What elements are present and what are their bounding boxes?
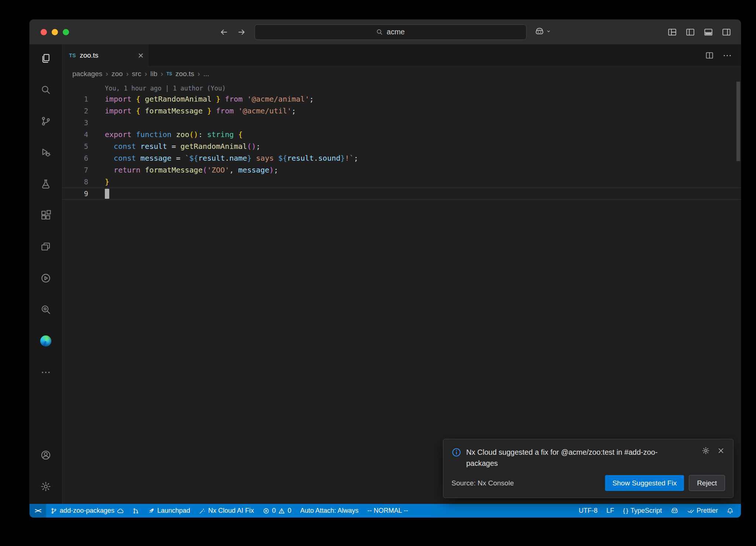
activity-item-settings[interactable] bbox=[35, 476, 56, 497]
line-number[interactable]: 1 bbox=[62, 95, 88, 103]
statusbar-nx-cloud-ai-fix[interactable]: Nx Cloud AI Fix bbox=[195, 504, 258, 518]
code-line-6[interactable]: 6 const message = `${result.name} says $… bbox=[62, 152, 741, 164]
line-number[interactable]: 5 bbox=[62, 142, 88, 150]
activity-bar bbox=[30, 45, 62, 504]
notification-settings-gear-icon[interactable] bbox=[702, 447, 710, 455]
remote-icon: >< bbox=[35, 507, 41, 515]
reject-button[interactable]: Reject bbox=[689, 475, 725, 491]
activity-item-run-debug[interactable] bbox=[35, 142, 56, 163]
statusbar-language[interactable]: { }TypeScript bbox=[619, 504, 666, 518]
account-icon bbox=[40, 450, 51, 461]
statusbar-launchpad[interactable]: Launchpad bbox=[144, 504, 195, 518]
activity-item-gitlens-inspect[interactable] bbox=[35, 299, 56, 320]
activity-item-nx-console[interactable] bbox=[35, 268, 56, 289]
notification-close-icon[interactable] bbox=[717, 447, 725, 455]
history-back-button[interactable] bbox=[219, 27, 228, 37]
breadcrumb-file[interactable]: zoo.ts bbox=[175, 70, 194, 78]
breadcrumb-separator: › bbox=[106, 69, 108, 78]
breadcrumb-item[interactable]: src bbox=[132, 70, 141, 78]
activity-item-explorer[interactable] bbox=[35, 48, 56, 69]
warning-icon bbox=[278, 508, 285, 514]
statusbar-eol-label: LF bbox=[606, 507, 614, 515]
beaker-icon bbox=[40, 178, 51, 190]
breadcrumb: packages›zoo›src›lib›TSzoo.ts›... bbox=[62, 66, 741, 82]
statusbar-launchpad-label: Launchpad bbox=[157, 507, 190, 515]
statusbar-branch-label: add-zoo-packages bbox=[60, 507, 114, 515]
statusbar-vim-mode[interactable]: -- NORMAL -- bbox=[363, 504, 412, 518]
statusbar-copilot[interactable] bbox=[666, 504, 683, 518]
activity-item-more-views[interactable] bbox=[35, 362, 56, 383]
activity-item-edge-tools[interactable] bbox=[35, 331, 56, 351]
activity-item-search[interactable] bbox=[35, 79, 56, 100]
line-number[interactable]: 3 bbox=[62, 119, 88, 127]
activity-item-accounts[interactable] bbox=[35, 445, 56, 465]
statusbar-problems[interactable]: 00 bbox=[258, 504, 296, 518]
git-branch-icon bbox=[51, 508, 57, 514]
text-cursor bbox=[105, 189, 109, 199]
breadcrumb-item[interactable]: lib bbox=[150, 70, 157, 78]
extensions-icon bbox=[40, 210, 51, 221]
copilot-icon bbox=[535, 27, 544, 38]
info-icon bbox=[451, 447, 461, 457]
statusbar-notifications-bell[interactable] bbox=[722, 504, 738, 518]
window-zoom-button[interactable] bbox=[63, 29, 69, 35]
copilot-icon bbox=[671, 507, 678, 515]
breadcrumb-item[interactable]: packages bbox=[72, 70, 102, 78]
line-number[interactable]: 4 bbox=[62, 130, 88, 139]
breadcrumb-separator: › bbox=[126, 69, 129, 78]
statusbar-auto-attach[interactable]: Auto Attach: Always bbox=[296, 504, 363, 518]
code-line-3[interactable]: 3 bbox=[62, 117, 741, 129]
window-minimize-button[interactable] bbox=[52, 29, 58, 35]
copilot-menu-button[interactable] bbox=[535, 27, 551, 38]
editor-scrollbar[interactable] bbox=[736, 82, 740, 161]
search-ref-icon bbox=[40, 304, 51, 315]
code-line-9[interactable]: 9 bbox=[62, 188, 741, 199]
editor-more-actions-icon[interactable]: ⋯ bbox=[723, 50, 732, 61]
code-line-2[interactable]: 2import { formatMessage } from '@acme/ut… bbox=[62, 105, 741, 117]
code-line-4[interactable]: 4export function zoo(): string { bbox=[62, 129, 741, 140]
statusbar-prettier[interactable]: Prettier bbox=[683, 504, 722, 518]
code-line-7[interactable]: 7 return formatMessage('ZOO', message); bbox=[62, 164, 741, 176]
code-line-1[interactable]: 1import { getRandomAnimal } from '@acme/… bbox=[62, 93, 741, 105]
notification-toast: Nx Cloud suggested a fix for @acme/zoo:t… bbox=[443, 439, 733, 498]
gear-icon bbox=[40, 481, 51, 492]
chevron-down-icon bbox=[545, 28, 551, 36]
code-line-5[interactable]: 5 const result = getRandomAnimal(); bbox=[62, 140, 741, 152]
activity-item-extensions[interactable] bbox=[35, 205, 56, 226]
statusbar-commit-graph[interactable] bbox=[128, 504, 144, 518]
split-editor-icon[interactable] bbox=[705, 51, 714, 60]
statusbar-eol[interactable]: LF bbox=[602, 504, 619, 518]
line-number[interactable]: 9 bbox=[62, 190, 88, 198]
code-text: export function zoo(): string { bbox=[105, 130, 243, 139]
line-number[interactable]: 7 bbox=[62, 166, 88, 174]
toggle-primary-sidebar-button[interactable] bbox=[685, 27, 695, 37]
toggle-panel-button[interactable] bbox=[704, 27, 713, 37]
activity-item-remote-explorer[interactable] bbox=[35, 236, 56, 257]
line-number[interactable]: 6 bbox=[62, 154, 88, 162]
customize-layout-button[interactable] bbox=[667, 27, 677, 37]
breadcrumb-item[interactable]: zoo bbox=[111, 70, 123, 78]
vscode-window: acme TS zoo.ts × bbox=[30, 20, 741, 518]
command-center-search[interactable]: acme bbox=[254, 24, 526, 40]
breadcrumb-separator: › bbox=[197, 69, 200, 78]
show-suggested-fix-button[interactable]: Show Suggested Fix bbox=[605, 475, 684, 491]
statusbar-problems-label: 0 bbox=[272, 507, 276, 515]
line-number[interactable]: 2 bbox=[62, 107, 88, 115]
activity-item-source-control[interactable] bbox=[35, 111, 56, 132]
statusbar-branch[interactable]: add-zoo-packages bbox=[46, 504, 128, 518]
activity-item-testing[interactable] bbox=[35, 174, 56, 194]
line-number[interactable]: 8 bbox=[62, 178, 88, 186]
breadcrumb-more[interactable]: ... bbox=[203, 70, 209, 78]
editor-group: TS zoo.ts × ⋯ packages›zoo›src›lib›TSzoo… bbox=[62, 45, 741, 504]
history-forward-button[interactable] bbox=[237, 27, 246, 37]
statusbar-problems-label: 0 bbox=[288, 507, 291, 515]
statusbar-encoding[interactable]: UTF-8 bbox=[574, 504, 602, 518]
remote-indicator[interactable]: >< bbox=[30, 504, 46, 518]
typescript-file-icon: TS bbox=[166, 71, 172, 76]
window-close-button[interactable] bbox=[41, 29, 47, 35]
toggle-secondary-sidebar-button[interactable] bbox=[722, 27, 731, 37]
tab-zoo-ts[interactable]: TS zoo.ts × bbox=[62, 45, 148, 66]
code-line-8[interactable]: 8} bbox=[62, 176, 741, 188]
files-icon bbox=[40, 53, 51, 64]
tab-close-icon[interactable]: × bbox=[138, 51, 144, 60]
